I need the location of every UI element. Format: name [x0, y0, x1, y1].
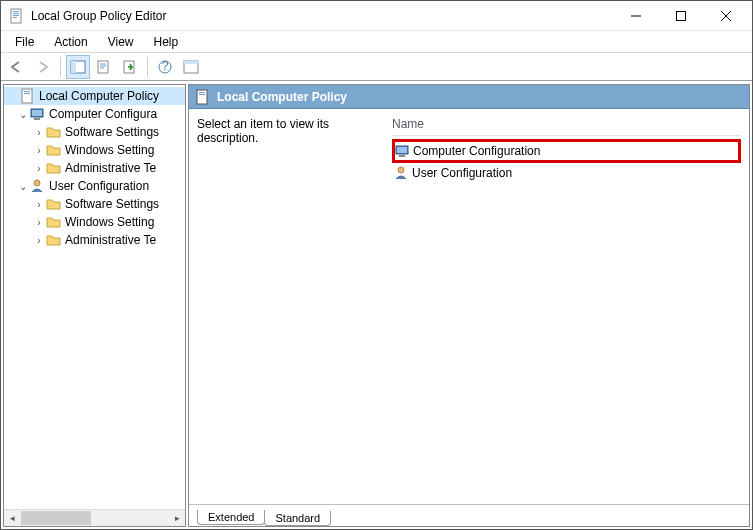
export-button[interactable] — [118, 55, 142, 79]
svg-rect-2 — [13, 13, 19, 14]
folder-icon — [46, 196, 62, 212]
tree-item-windows-settings[interactable]: › Windows Setting — [4, 141, 185, 159]
computer-icon — [395, 143, 411, 159]
description-text: Select an item to view its description. — [197, 117, 329, 145]
scroll-left-arrow[interactable]: ◂ — [4, 510, 20, 526]
svg-rect-4 — [13, 17, 17, 18]
folder-icon — [46, 142, 62, 158]
folder-icon — [46, 214, 62, 230]
chevron-right-icon[interactable]: › — [32, 163, 46, 174]
tree-label: Windows Setting — [65, 143, 154, 157]
show-hide-tree-button[interactable] — [66, 55, 90, 79]
svg-rect-22 — [24, 93, 30, 94]
tree-root[interactable]: Local Computer Policy — [4, 87, 185, 105]
svg-text:?: ? — [162, 60, 169, 73]
main-body: Select an item to view its description. … — [189, 109, 749, 504]
menu-file[interactable]: File — [5, 33, 44, 51]
tree-item-windows-settings[interactable]: › Windows Setting — [4, 213, 185, 231]
tree-label: User Configuration — [49, 179, 149, 193]
folder-icon — [46, 160, 62, 176]
tree-item-software-settings[interactable]: › Software Settings — [4, 195, 185, 213]
tree-horizontal-scrollbar[interactable]: ◂ ▸ — [4, 509, 185, 526]
minimize-button[interactable] — [613, 2, 658, 30]
chevron-right-icon[interactable]: › — [32, 235, 46, 246]
folder-icon — [46, 124, 62, 140]
chevron-right-icon[interactable]: › — [32, 199, 46, 210]
properties-button[interactable] — [92, 55, 116, 79]
svg-point-33 — [398, 167, 404, 173]
tree-item-user-config[interactable]: ⌄ User Configuration — [4, 177, 185, 195]
tab-standard[interactable]: Standard — [264, 511, 331, 526]
svg-point-26 — [34, 180, 40, 186]
app-window: Local Group Policy Editor File Action Vi… — [0, 0, 753, 530]
list-column: Name Computer Configuration User Configu… — [392, 117, 741, 496]
toolbar: ? — [1, 53, 752, 81]
scroll-thumb[interactable] — [21, 511, 91, 525]
tree-label: Local Computer Policy — [39, 89, 159, 103]
scroll-right-arrow[interactable]: ▸ — [169, 510, 185, 526]
close-button[interactable] — [703, 2, 748, 30]
tree-label: Software Settings — [65, 125, 159, 139]
svg-rect-6 — [676, 11, 685, 20]
tree-label: Windows Setting — [65, 215, 154, 229]
tree-item-admin-templates[interactable]: › Administrative Te — [4, 159, 185, 177]
toolbar-separator — [147, 57, 148, 77]
toolbar-separator — [60, 57, 61, 77]
app-icon — [9, 8, 25, 24]
tree-item-computer-config[interactable]: ⌄ Computer Configura — [4, 105, 185, 123]
main-panel: Local Computer Policy Select an item to … — [188, 84, 750, 527]
svg-rect-29 — [199, 94, 205, 95]
tree-label: Computer Configura — [49, 107, 157, 121]
list-item-computer-config[interactable]: Computer Configuration — [392, 139, 741, 163]
chevron-down-icon[interactable]: ⌄ — [16, 109, 30, 120]
tree-label: Administrative Te — [65, 161, 156, 175]
chevron-right-icon[interactable]: › — [32, 127, 46, 138]
description-column: Select an item to view its description. — [197, 117, 392, 496]
chevron-right-icon[interactable]: › — [32, 217, 46, 228]
svg-rect-11 — [98, 61, 108, 73]
list-item-label: Computer Configuration — [413, 144, 540, 158]
svg-rect-21 — [24, 91, 30, 92]
svg-rect-28 — [199, 92, 205, 93]
folder-icon — [46, 232, 62, 248]
list-item-label: User Configuration — [412, 166, 512, 180]
policy-icon — [195, 89, 211, 105]
window-controls — [613, 2, 748, 30]
svg-rect-3 — [13, 15, 19, 16]
tree-label: Administrative Te — [65, 233, 156, 247]
tree-label: Software Settings — [65, 197, 159, 211]
svg-rect-10 — [71, 61, 76, 73]
computer-icon — [30, 106, 46, 122]
tree-body: Local Computer Policy ⌄ Computer Configu… — [4, 85, 185, 509]
menu-action[interactable]: Action — [44, 33, 97, 51]
user-icon — [394, 165, 410, 181]
main-header: Local Computer Policy — [189, 85, 749, 109]
svg-rect-19 — [184, 61, 198, 64]
forward-button[interactable] — [31, 55, 55, 79]
user-icon — [30, 178, 46, 194]
svg-rect-32 — [399, 155, 405, 157]
menu-help[interactable]: Help — [144, 33, 189, 51]
menu-view[interactable]: View — [98, 33, 144, 51]
policy-icon — [20, 88, 36, 104]
back-button[interactable] — [5, 55, 29, 79]
filter-button[interactable] — [179, 55, 203, 79]
help-button[interactable]: ? — [153, 55, 177, 79]
maximize-button[interactable] — [658, 2, 703, 30]
svg-rect-1 — [13, 11, 19, 12]
window-title: Local Group Policy Editor — [31, 9, 613, 23]
chevron-right-icon[interactable]: › — [32, 145, 46, 156]
tree-item-admin-templates[interactable]: › Administrative Te — [4, 231, 185, 249]
tab-extended[interactable]: Extended — [197, 510, 265, 525]
main-header-title: Local Computer Policy — [217, 90, 347, 104]
tab-bar: Extended Standard — [189, 504, 749, 526]
chevron-down-icon[interactable]: ⌄ — [16, 181, 30, 192]
titlebar: Local Group Policy Editor — [1, 1, 752, 31]
svg-rect-25 — [34, 118, 40, 120]
column-header-name[interactable]: Name — [392, 117, 741, 136]
tree-item-software-settings[interactable]: › Software Settings — [4, 123, 185, 141]
content-area: Local Computer Policy ⌄ Computer Configu… — [1, 81, 752, 529]
list-item-user-config[interactable]: User Configuration — [392, 163, 741, 183]
svg-rect-24 — [32, 110, 42, 116]
svg-rect-31 — [397, 147, 407, 153]
